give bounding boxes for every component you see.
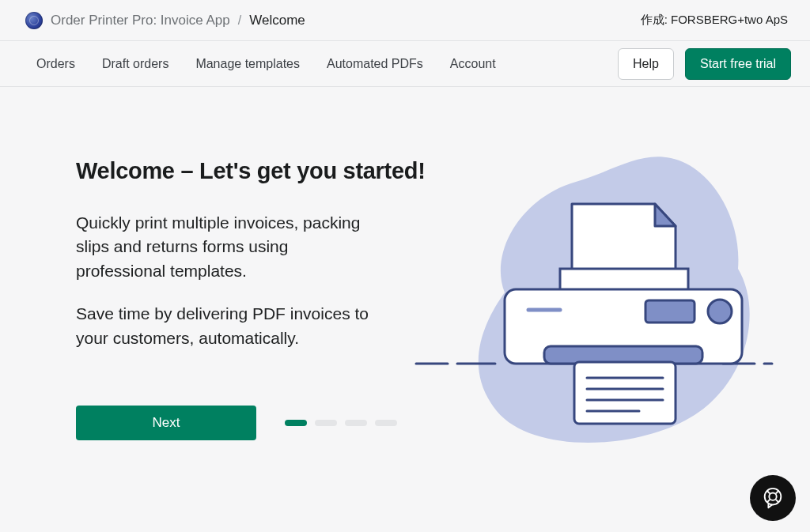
progress-dot-2[interactable] xyxy=(315,420,337,426)
svg-line-19 xyxy=(776,500,779,503)
nav-automated-pdfs[interactable]: Automated PDFs xyxy=(327,57,423,71)
svg-rect-9 xyxy=(574,362,676,424)
svg-line-16 xyxy=(767,491,770,494)
progress-dot-1[interactable] xyxy=(285,420,307,426)
start-free-trial-button[interactable]: Start free trial xyxy=(685,48,791,80)
nav-draft-orders[interactable]: Draft orders xyxy=(102,57,168,71)
creator-label: 作成: FORSBERG+two ApS xyxy=(641,13,788,28)
help-button[interactable]: Help xyxy=(618,48,674,80)
printer-icon xyxy=(410,142,774,458)
printer-illustration xyxy=(410,142,774,458)
life-ring-chat-icon xyxy=(761,486,785,510)
breadcrumb: Order Printer Pro: Invoice App / Welcome xyxy=(25,12,305,29)
nav-links: Orders Draft orders Manage templates Aut… xyxy=(36,57,496,71)
progress-dot-4[interactable] xyxy=(375,420,397,426)
nav-actions: Help Start free trial xyxy=(618,48,791,80)
svg-point-7 xyxy=(708,300,732,323)
breadcrumb-bar: Order Printer Pro: Invoice App / Welcome… xyxy=(0,0,810,41)
svg-rect-6 xyxy=(645,300,695,323)
nav-bar: Orders Draft orders Manage templates Aut… xyxy=(0,41,810,87)
nav-orders[interactable]: Orders xyxy=(36,57,75,71)
app-logo-icon xyxy=(25,12,43,29)
chat-help-button[interactable] xyxy=(750,475,796,521)
next-button[interactable]: Next xyxy=(76,406,256,440)
nav-manage-templates[interactable]: Manage templates xyxy=(195,57,300,71)
nav-account[interactable]: Account xyxy=(450,57,496,71)
breadcrumb-app-name[interactable]: Order Printer Pro: Invoice App xyxy=(51,13,230,28)
welcome-paragraph-1: Quickly print multiple invoices, packing… xyxy=(76,211,377,283)
progress-dots xyxy=(285,420,397,426)
svg-point-15 xyxy=(769,492,776,500)
svg-line-17 xyxy=(776,491,779,494)
creator-name: FORSBERG+two ApS xyxy=(671,13,788,26)
progress-dot-3[interactable] xyxy=(345,420,367,426)
welcome-main: Welcome – Let's get you started! Quickly… xyxy=(0,87,810,440)
breadcrumb-current: Welcome xyxy=(249,13,305,28)
svg-line-18 xyxy=(767,500,770,503)
breadcrumb-separator: / xyxy=(238,13,241,28)
welcome-paragraph-2: Save time by delivering PDF invoices to … xyxy=(76,302,377,350)
creator-prefix: 作成: xyxy=(641,13,668,26)
